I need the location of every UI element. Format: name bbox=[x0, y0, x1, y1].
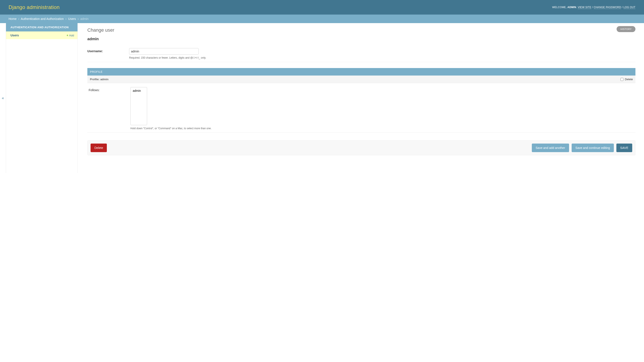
chevron-left-icon: « bbox=[2, 96, 4, 100]
object-tools: HISTORY bbox=[616, 26, 636, 32]
inline-delete-toggle[interactable]: Delete bbox=[620, 78, 633, 81]
sidebar-item-users[interactable]: Users + Add bbox=[6, 31, 78, 39]
username-label: Username: bbox=[87, 48, 129, 53]
inline-item: Profile: admin Delete Follows: admin Ho bbox=[87, 75, 636, 134]
breadcrumb-sep: › bbox=[78, 17, 79, 20]
sidebar-toggle[interactable]: « bbox=[0, 23, 6, 173]
inline-heading: PROFILE bbox=[87, 68, 636, 75]
add-user-link[interactable]: + Add bbox=[66, 33, 74, 37]
breadcrumb: Home › Authentication and Authorization … bbox=[0, 14, 644, 23]
inline-delete-label: Delete bbox=[625, 78, 633, 81]
history-button[interactable]: HISTORY bbox=[616, 26, 636, 32]
sidebar-section-caption: AUTHENTICATION AND AUTHORIZATION bbox=[6, 23, 78, 31]
breadcrumb-model[interactable]: Users bbox=[68, 17, 76, 20]
site-title: Django administration bbox=[8, 4, 60, 10]
inline-subheading-row: Profile: admin Delete bbox=[87, 75, 636, 83]
change-password-link[interactable]: CHANGE PASSWORD bbox=[594, 6, 621, 9]
follows-select[interactable]: admin bbox=[130, 87, 147, 125]
log-out-link[interactable]: LOG OUT bbox=[624, 6, 636, 9]
welcome-username: ADMIN bbox=[567, 6, 576, 9]
breadcrumb-sep: › bbox=[18, 17, 19, 20]
breadcrumb-home[interactable]: Home bbox=[8, 17, 16, 20]
profile-inline: PROFILE Profile: admin Delete Follows: a… bbox=[87, 68, 636, 134]
breadcrumb-sep: › bbox=[66, 17, 66, 20]
follows-option[interactable]: admin bbox=[132, 88, 146, 93]
plus-icon: + bbox=[66, 33, 68, 37]
object-name: admin bbox=[87, 37, 636, 41]
header-bar: Django administration WELCOME, ADMIN. VI… bbox=[0, 0, 644, 14]
view-site-link[interactable]: VIEW SITE bbox=[578, 6, 591, 9]
username-help: Required. 150 characters or fewer. Lette… bbox=[129, 56, 636, 59]
follows-help: Hold down “Control”, or “Command” on a M… bbox=[130, 127, 634, 130]
save-continue-button[interactable]: Save and continue editing bbox=[572, 144, 614, 152]
save-button[interactable]: SAVE bbox=[616, 144, 632, 152]
welcome-text: WELCOME, bbox=[552, 6, 567, 9]
username-input[interactable] bbox=[129, 48, 199, 54]
user-tools: WELCOME, ADMIN. VIEW SITE / CHANGE PASSW… bbox=[552, 6, 636, 9]
inline-delete-checkbox[interactable] bbox=[620, 78, 624, 81]
form-row-username: Username: Required. 150 characters or fe… bbox=[87, 45, 636, 62]
nav-sidebar: AUTHENTICATION AND AUTHORIZATION Users +… bbox=[6, 23, 78, 173]
main-content: HISTORY Change user admin Username: Requ… bbox=[78, 23, 644, 173]
sidebar-item-label[interactable]: Users bbox=[10, 33, 19, 37]
add-label: Add bbox=[69, 34, 74, 37]
breadcrumb-current: admin bbox=[80, 17, 88, 20]
inline-subheading: Profile: admin bbox=[90, 78, 108, 81]
follows-label: Follows: bbox=[89, 87, 130, 92]
breadcrumb-app[interactable]: Authentication and Authorization bbox=[21, 17, 64, 20]
save-add-another-button[interactable]: Save and add another bbox=[532, 144, 569, 152]
delete-button[interactable]: Delete bbox=[90, 144, 107, 152]
submit-row: Delete Save and add another Save and con… bbox=[87, 140, 636, 155]
page-title: Change user bbox=[87, 27, 636, 33]
form-row-follows: Follows: admin Hold down “Control”, or “… bbox=[87, 84, 636, 133]
